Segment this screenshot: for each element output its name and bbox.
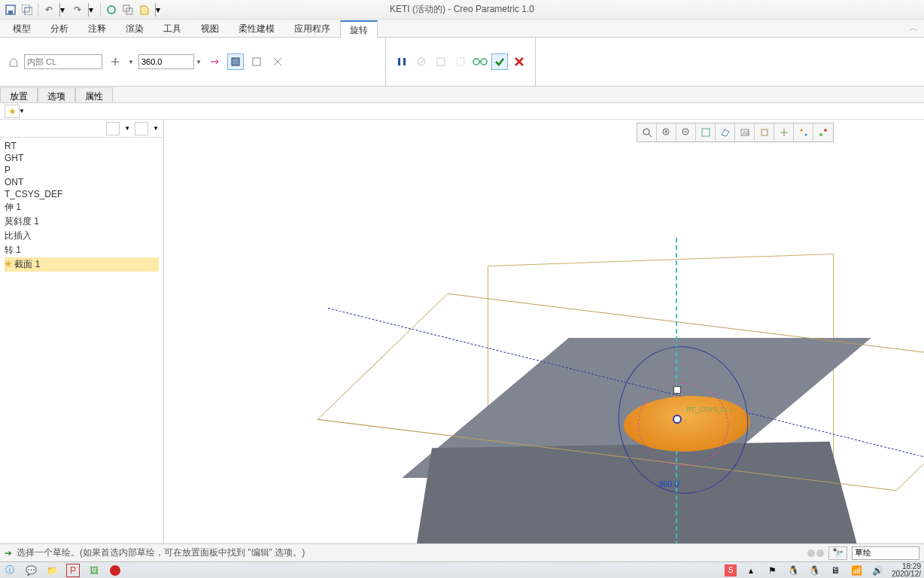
taskbar-wechat-icon[interactable]: 💬 — [24, 564, 38, 577]
named-views-icon[interactable]: AB — [735, 123, 755, 141]
tray-volume-icon[interactable]: 🔊 — [871, 564, 884, 577]
find-icon[interactable]: 🔭 — [828, 546, 847, 560]
zoom-in-icon[interactable] — [657, 123, 676, 141]
tray-monitor-icon[interactable]: 🖥 — [828, 564, 842, 577]
tab-annotate[interactable]: 注释 — [78, 20, 116, 37]
windows-taskbar: ⓘ 💬 📁 P 🖼 S ▴ ⚑ 🐧 🐧 🖥 📶 🔊 18:29 2020/12/ — [0, 561, 924, 578]
attached-preview-icon[interactable] — [433, 53, 449, 70]
tree-item[interactable]: P — [5, 164, 159, 176]
unattached-preview-icon[interactable] — [452, 53, 469, 70]
taskbar-clock[interactable]: 18:29 2020/12/ — [892, 563, 921, 578]
svg-rect-11 — [398, 58, 400, 65]
surface-toggle-icon[interactable] — [248, 53, 265, 70]
svg-line-14 — [418, 59, 424, 65]
center-point-handle[interactable] — [673, 415, 682, 424]
redo-icon[interactable]: ↷ — [71, 4, 84, 16]
display-style-icon[interactable] — [716, 123, 735, 141]
new-icon[interactable] — [138, 4, 150, 16]
angle-dropdown[interactable]: ▼ — [196, 59, 202, 65]
axis-display-icon[interactable] — [774, 123, 794, 141]
point-display-icon[interactable] — [794, 123, 813, 141]
favorites-icon[interactable]: ★ — [5, 105, 20, 118]
undo-icon[interactable]: ↶ — [43, 4, 55, 16]
taskbar-ie-icon[interactable]: ⓘ — [3, 564, 17, 577]
tree-item-section[interactable]: ✳ 截面 1 — [5, 257, 159, 272]
svg-rect-16 — [457, 58, 464, 65]
cancel-button[interactable] — [511, 53, 527, 70]
tree-item[interactable]: 莫斜度 1 — [5, 214, 159, 229]
favorites-bar: ★ ▼ — [0, 103, 924, 120]
tray-up-icon[interactable]: ▴ — [744, 564, 758, 577]
flip-direction-icon[interactable] — [206, 53, 223, 70]
tab-view[interactable]: 视图 — [191, 20, 229, 37]
drag-handle[interactable] — [673, 386, 681, 394]
glasses-preview-icon[interactable] — [472, 53, 488, 70]
thicken-icon[interactable] — [269, 53, 286, 70]
taskbar-record-icon[interactable] — [108, 564, 122, 577]
depth-options-dropdown[interactable]: ▼ — [128, 59, 134, 65]
subtab-options[interactable]: 选项 — [38, 87, 75, 102]
solid-toggle-icon[interactable] — [227, 53, 244, 70]
save-copy-icon[interactable] — [21, 4, 33, 16]
tab-analysis[interactable]: 分析 — [41, 20, 78, 37]
windows-icon[interactable] — [122, 4, 134, 16]
tree-filter-icon[interactable] — [106, 122, 120, 135]
graphics-canvas[interactable]: AB 360.0 RT_CSYS_D..L ▾ ◎ 🔍 💬 正在录制 [00:0… — [164, 120, 924, 543]
tree-item[interactable]: GHT — [5, 152, 159, 164]
csys-display-icon[interactable] — [813, 123, 833, 141]
tab-flexible[interactable]: 柔性建模 — [229, 20, 284, 37]
tree-item[interactable]: T_CSYS_DEF — [5, 188, 159, 200]
tab-tools[interactable]: 工具 — [153, 20, 191, 37]
tree-item[interactable]: 比插入 — [5, 229, 159, 243]
tray-flag-icon[interactable]: ⚑ — [765, 564, 779, 577]
tab-model[interactable]: 模型 — [3, 20, 41, 37]
tree-item[interactable]: 伸 1 — [5, 200, 159, 214]
tree-item[interactable]: RT — [5, 140, 159, 152]
angle-input[interactable] — [138, 54, 194, 69]
svg-rect-32 — [761, 129, 767, 135]
minimize-ribbon-icon[interactable]: ︿ — [903, 20, 924, 37]
tree-item[interactable]: ONT — [5, 176, 159, 188]
zoom-out-icon[interactable] — [676, 123, 696, 141]
svg-rect-3 — [25, 8, 32, 15]
new-dropdown[interactable]: ▾ — [155, 3, 163, 17]
tray-qq2-icon[interactable]: 🐧 — [807, 564, 821, 577]
no-preview-icon[interactable] — [413, 53, 430, 70]
save-icon[interactable] — [5, 4, 17, 16]
revolve-solid-icon[interactable] — [8, 56, 20, 68]
angle-label[interactable]: 360.0 — [658, 479, 679, 488]
tray-sogou-icon[interactable]: S — [725, 564, 737, 576]
tree-show-icon[interactable] — [135, 122, 148, 135]
status-bar: ➔ 选择一个草绘。(如果首选内部草绘，可在放置面板中找到 "编辑" 选项。) 🔭 — [0, 543, 924, 561]
favorites-dropdown[interactable]: ▼ — [19, 108, 25, 114]
svg-rect-10 — [253, 58, 260, 65]
refit-icon[interactable] — [637, 123, 657, 141]
regenerate-icon[interactable] — [105, 4, 117, 16]
workspace: ▼ ▼ RT GHT P ONT T_CSYS_DEF 伸 1 莫斜度 1 比插… — [0, 120, 924, 543]
ok-button[interactable] — [491, 53, 508, 70]
tray-network-icon[interactable]: 📶 — [850, 564, 863, 577]
status-arrow-icon: ➔ — [5, 548, 12, 558]
model-tree-panel: ▼ ▼ RT GHT P ONT T_CSYS_DEF 伸 1 莫斜度 1 比插… — [0, 120, 164, 543]
subtab-placement[interactable]: 放置 — [0, 87, 38, 102]
tab-apps[interactable]: 应用程序 — [284, 20, 340, 37]
pause-icon[interactable] — [394, 53, 410, 70]
depth-options-icon[interactable] — [107, 53, 123, 70]
tab-revolve[interactable]: 旋转 — [340, 20, 378, 38]
svg-rect-12 — [403, 58, 406, 65]
taskbar-gallery-icon[interactable]: 🖼 — [87, 564, 101, 577]
repaint-icon[interactable] — [696, 123, 716, 141]
subtab-properties[interactable]: 属性 — [75, 87, 113, 102]
dashboard-subtabs: 放置 选项 属性 — [0, 87, 924, 103]
redo-dropdown[interactable]: ▾ — [88, 3, 96, 17]
tree-item[interactable]: 转 1 — [5, 243, 159, 257]
status-selection-input[interactable] — [852, 546, 919, 560]
undo-dropdown[interactable]: ▾ — [59, 3, 67, 17]
datum-display-icon[interactable] — [755, 123, 774, 141]
taskbar-explorer-icon[interactable]: 📁 — [45, 564, 59, 577]
tray-qq-icon[interactable]: 🐧 — [786, 564, 800, 577]
sketch-collector-input[interactable] — [24, 54, 102, 69]
tab-render[interactable]: 渲染 — [116, 20, 153, 37]
svg-rect-29 — [702, 129, 710, 136]
taskbar-ppt-icon[interactable]: P — [66, 564, 80, 577]
